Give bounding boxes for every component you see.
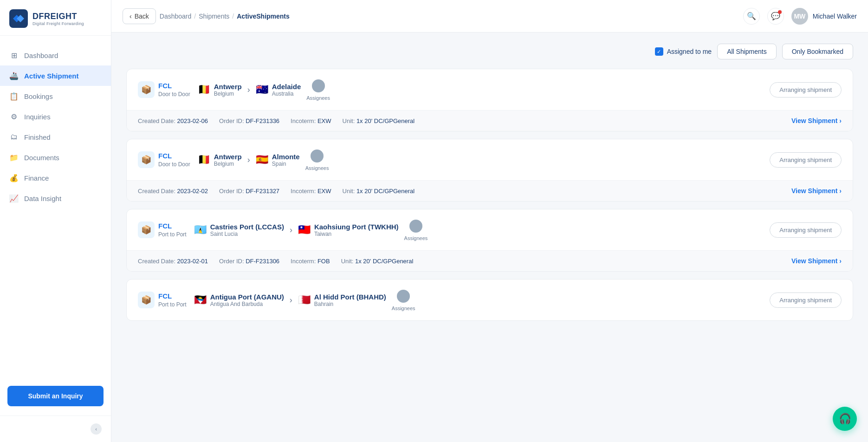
logo-area: DFREIGHT Digital Freight Forwarding <box>0 0 111 36</box>
chevron-right-icon: › <box>839 117 842 124</box>
destination-name: Adelaide <box>272 83 301 91</box>
order-id: Order ID: DF-F231336 <box>219 117 279 124</box>
search-button[interactable]: 🔍 <box>743 8 760 25</box>
avatar: MW <box>791 8 808 25</box>
card-meta: Created Date: 2023-02-06 Order ID: DF-F2… <box>127 110 853 131</box>
sidebar-item-documents[interactable]: 📁 Documents <box>0 147 111 168</box>
user-menu[interactable]: MW Michael Walker <box>791 8 857 25</box>
view-shipment-link[interactable]: View Shipment › <box>791 117 842 124</box>
unit: Unit: 1x 20' DC/GPGeneral <box>343 117 415 124</box>
sidebar-item-data-insight[interactable]: 📈 Data Insight <box>0 188 111 208</box>
finance-icon: 💰 <box>9 173 19 182</box>
assignees-label: Assignees <box>305 165 329 171</box>
shipment-type: FCL <box>158 221 187 231</box>
search-icon: 🔍 <box>747 12 756 20</box>
sidebar-item-bookings[interactable]: 📋 Bookings <box>0 86 111 106</box>
origin-country: Saint Lucia <box>210 231 284 237</box>
bookings-icon: 📋 <box>9 91 19 101</box>
created-date: Created Date: 2023-02-02 <box>138 188 208 195</box>
service-type: Door to Door <box>158 161 190 169</box>
avatar <box>310 149 324 163</box>
chevron-right-icon: › <box>839 257 842 265</box>
card-header: 📦 FCL Door to Door 🇧🇪 Antwerp Belgium › … <box>127 139 853 180</box>
sidebar-collapse: ‹ <box>0 416 111 442</box>
avatar <box>408 219 423 234</box>
all-shipments-button[interactable]: All Shipments <box>717 44 777 59</box>
sidebar-item-active-shipment[interactable]: 🚢 Active Shipment <box>0 65 111 86</box>
shipment-type: FCL <box>158 151 190 161</box>
route: 🇧🇪 Antwerp Belgium › 🇪🇸 Almonte Spain <box>198 149 763 171</box>
inquiries-icon: ⚙ <box>9 112 19 121</box>
origin-port: 🇦🇬 Antigua Port (AGANU) Antigua And Barb… <box>194 293 284 307</box>
sidebar-item-label: Active Shipment <box>24 72 79 80</box>
service-type: Port to Port <box>158 231 187 239</box>
breadcrumb-dashboard[interactable]: Dashboard <box>160 13 192 20</box>
origin-country: Belgium <box>214 161 242 167</box>
sidebar-item-inquiries[interactable]: ⚙ Inquiries <box>0 106 111 127</box>
service-type: Port to Port <box>158 301 187 309</box>
destination-flag: 🇪🇸 <box>256 154 268 166</box>
support-fab[interactable]: 🎧 <box>833 407 857 431</box>
submit-inquiry-button[interactable]: Submit an Inquiry <box>7 386 104 406</box>
user-name: Michael Walker <box>813 13 857 20</box>
destination-name: Almonte <box>272 153 300 161</box>
sidebar-item-dashboard[interactable]: ⊞ Dashboard <box>0 45 111 65</box>
breadcrumb-shipments[interactable]: Shipments <box>199 13 229 20</box>
origin-port: 🇧🇪 Antwerp Belgium <box>198 153 242 167</box>
messages-button[interactable]: 💬 <box>767 8 784 25</box>
sidebar-item-finance[interactable]: 💰 Finance <box>0 168 111 188</box>
route: 🇱🇨 Castries Port (LCCAS) Saint Lucia › 🇹… <box>194 219 763 241</box>
sidebar-item-label: Dashboard <box>24 52 58 59</box>
sidebar: DFREIGHT Digital Freight Forwarding ⊞ Da… <box>0 0 111 442</box>
destination-flag: 🇦🇺 <box>256 84 268 96</box>
origin-flag: 🇦🇬 <box>194 294 207 306</box>
route: 🇧🇪 Antwerp Belgium › 🇦🇺 Adelaide Austral… <box>198 78 763 101</box>
dashboard-icon: ⊞ <box>9 51 19 60</box>
assignee-avatars <box>310 149 324 163</box>
content-area: ✓ Assigned to me All Shipments Only Book… <box>111 32 868 442</box>
created-date: Created Date: 2023-02-06 <box>138 117 208 124</box>
checkbox-checked-icon: ✓ <box>655 47 663 56</box>
assignees-area: Assignees <box>404 219 428 241</box>
breadcrumb-path: Dashboard / Shipments / ActiveShipments <box>160 13 290 20</box>
order-id: Order ID: DF-F231327 <box>219 188 279 195</box>
notification-dot <box>778 10 782 14</box>
sidebar-item-finished[interactable]: 🗂 Finished <box>0 127 111 147</box>
collapse-button[interactable]: ‹ <box>91 423 102 435</box>
ship-icon: 🚢 <box>9 71 19 80</box>
assignees-label: Assignees <box>392 306 415 311</box>
view-shipment-link[interactable]: View Shipment › <box>791 257 842 265</box>
finished-icon: 🗂 <box>9 132 19 142</box>
assignee-avatars <box>311 78 326 93</box>
destination-flag: 🇧🇭 <box>298 294 311 306</box>
destination-country: Bahrain <box>314 301 386 307</box>
card-header: 📦 FCL Port to Port 🇱🇨 Castries Port (LCC… <box>127 209 853 250</box>
brand-tagline: Digital Freight Forwarding <box>32 21 84 26</box>
sidebar-item-label: Inquiries <box>24 113 51 121</box>
incoterm: Incoterm: EXW <box>291 117 331 124</box>
assignees-label: Assignees <box>306 95 330 101</box>
view-shipment-link[interactable]: View Shipment › <box>791 187 842 195</box>
shipment-card: 📦 FCL Port to Port 🇦🇬 Antigua Port (AGAN… <box>126 279 853 321</box>
sidebar-item-label: Finished <box>24 133 51 141</box>
route: 🇦🇬 Antigua Port (AGANU) Antigua And Barb… <box>194 289 763 311</box>
unit: Unit: 1x 20' DC/GPGeneral <box>341 258 414 265</box>
back-button[interactable]: ‹ Back <box>123 8 156 24</box>
shipment-card: 📦 FCL Door to Door 🇧🇪 Antwerp Belgium › … <box>126 69 853 131</box>
fcl-icon: 📦 <box>138 221 155 238</box>
origin-country: Antigua And Barbuda <box>210 301 284 307</box>
origin-name: Antigua Port (AGANU) <box>210 293 284 301</box>
sidebar-item-label: Bookings <box>24 92 53 100</box>
filter-bar: ✓ Assigned to me All Shipments Only Book… <box>126 44 853 59</box>
fcl-badge: 📦 FCL Port to Port <box>138 221 187 239</box>
only-bookmarked-button[interactable]: Only Bookmarked <box>782 44 853 59</box>
main-content: ‹ Back Dashboard / Shipments / ActiveShi… <box>111 0 868 442</box>
origin-port: 🇱🇨 Castries Port (LCCAS) Saint Lucia <box>194 223 284 237</box>
fcl-icon: 📦 <box>138 151 155 168</box>
destination-name: Al Hidd Port (BHAHD) <box>314 293 386 301</box>
destination-port: 🇪🇸 Almonte Spain <box>256 153 300 167</box>
nav-items: ⊞ Dashboard 🚢 Active Shipment 📋 Bookings… <box>0 36 111 386</box>
chevron-right-icon: › <box>839 187 842 195</box>
incoterm: Incoterm: EXW <box>291 188 331 195</box>
assigned-to-me-filter[interactable]: ✓ Assigned to me <box>655 47 712 56</box>
